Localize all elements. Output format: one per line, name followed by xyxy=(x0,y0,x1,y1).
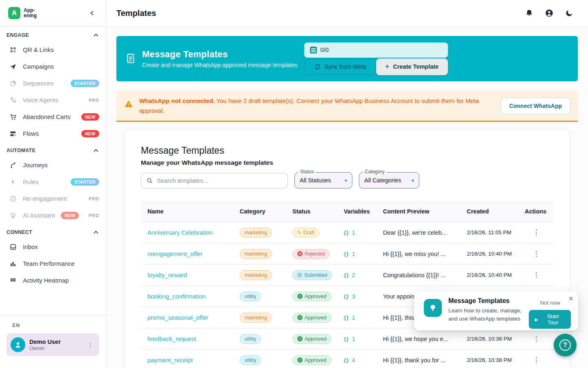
alert-text-bold: WhatsApp not connected. xyxy=(139,97,215,104)
variables-value: 3 xyxy=(352,293,355,300)
variables-count: {}1 xyxy=(344,251,376,257)
sidebar-item-voice-agents[interactable]: Voice Agents PRO xyxy=(0,92,106,108)
row-actions-menu-icon[interactable]: ⋮ xyxy=(518,356,554,364)
tour-popover: Message Templates Learn how to create, m… xyxy=(414,291,578,330)
status-label: Approved xyxy=(305,336,327,342)
question-mark-icon: ? xyxy=(559,339,571,351)
sidebar-item-label: Activity Heatmap xyxy=(23,277,69,284)
new-badge: NEW xyxy=(81,113,99,121)
row-actions-menu-icon[interactable]: ⋮ xyxy=(518,334,554,343)
notifications-bell-icon[interactable] xyxy=(525,9,533,17)
category-badge: utility xyxy=(240,292,261,301)
create-template-button[interactable]: + Create Template xyxy=(376,58,448,75)
template-name-link[interactable]: reengagement_offer xyxy=(147,250,203,257)
template-name-link[interactable]: promo_seasonal_offer xyxy=(147,314,208,321)
variables-count: {}1 xyxy=(344,314,376,321)
account-icon[interactable] xyxy=(545,9,554,18)
sidebar-item-team-performance[interactable]: Team Performance xyxy=(0,255,106,272)
content-preview: Congratulations {{1}}! ... xyxy=(376,272,460,278)
tour-body: Learn how to create, manage, and use Wha… xyxy=(448,307,529,323)
sync-button-label: Sync from Meta xyxy=(325,63,366,70)
sidebar-item-sequences[interactable]: Sequences STARTER xyxy=(0,75,106,92)
sidebar-item-label: Re-engagement xyxy=(23,195,67,202)
template-name-link[interactable]: Anniversary Celebration xyxy=(147,229,213,236)
brand-name: App- ening xyxy=(24,8,37,18)
sidebar-item-re-engagement[interactable]: Re-engagement PRO xyxy=(0,190,106,207)
warning-triangle-icon xyxy=(124,99,134,110)
sidebar-item-abandoned-carts[interactable]: Abandoned Carts NEW xyxy=(0,108,106,125)
sidebar-item-rules[interactable]: Rules STARTER xyxy=(0,173,106,190)
sidebar-item-ai-assistant[interactable]: AI Assistant NEW PRO xyxy=(0,207,106,224)
status-badge: ✕Rejected xyxy=(292,249,330,259)
hero-subtitle: Create and manage WhatsApp-approved mess… xyxy=(142,62,298,68)
kebab-menu-icon[interactable]: ⋮ xyxy=(85,341,95,349)
templates-table: Name Category Status Variables Content P… xyxy=(141,201,553,368)
inbox-icon xyxy=(9,243,17,251)
category-filter-select[interactable]: Category All Categories ▾ xyxy=(359,172,419,188)
brand-name-top: App- xyxy=(24,8,37,13)
variables-value: 1 xyxy=(352,229,355,236)
user-card[interactable]: Demo User Owner ⋮ xyxy=(7,333,99,356)
column-header-created: Created xyxy=(460,208,518,215)
row-actions-menu-icon[interactable]: ⋮ xyxy=(518,249,554,258)
sidebar-item-journeys[interactable]: Journeys xyxy=(0,157,106,173)
sidebar-collapse-button[interactable] xyxy=(88,8,98,18)
document-icon xyxy=(310,47,317,54)
category-badge: utility xyxy=(240,355,261,365)
lightbulb-icon xyxy=(424,299,442,317)
sidebar-section-connect[interactable]: CONNECT xyxy=(0,224,106,238)
dark-mode-moon-icon[interactable] xyxy=(565,9,573,17)
top-bar-actions xyxy=(525,9,573,18)
sidebar-item-label: Campaigns xyxy=(23,63,54,70)
sidebar-section-automate[interactable]: AUTOMATE xyxy=(0,142,106,157)
check-circle-icon: ✓ xyxy=(297,294,303,299)
status-label: Approved xyxy=(305,315,327,321)
start-tour-button[interactable]: ▶ Start Tour xyxy=(529,310,571,329)
category-filter-label: Category xyxy=(363,169,386,175)
clock-icon xyxy=(297,273,302,278)
close-icon[interactable]: × xyxy=(568,294,573,303)
sidebar-section-engage[interactable]: ENGAGE xyxy=(0,27,106,41)
template-counter-chip: 0/0 xyxy=(304,43,448,58)
row-actions-menu-icon[interactable]: ⋮ xyxy=(518,271,554,279)
table-header-row: Name Category Status Variables Content P… xyxy=(141,201,553,222)
tour-actions: Not now ▶ Start Tour xyxy=(529,297,571,324)
not-now-button[interactable]: Not now xyxy=(540,300,560,306)
section-title: AUTOMATE xyxy=(7,148,36,153)
table-row: Anniversary Celebration marketing ✎Draft… xyxy=(141,222,553,243)
sync-from-meta-button[interactable]: Sync from Meta xyxy=(304,59,376,75)
hero-buttons: Sync from Meta + Create Template xyxy=(304,59,448,75)
language-selector[interactable]: EN xyxy=(7,321,99,333)
sidebar-item-qr-links[interactable]: QR & Links xyxy=(0,41,106,58)
template-name-link[interactable]: payment_receipt xyxy=(147,357,193,364)
connect-whatsapp-button[interactable]: Connect WhatsApp xyxy=(501,98,570,114)
sidebar-item-activity-heatmap[interactable]: Activity Heatmap xyxy=(0,272,106,289)
template-name-link[interactable]: loyalty_reward xyxy=(147,272,187,278)
sidebar-item-campaigns[interactable]: Campaigns xyxy=(0,58,106,75)
template-name-link[interactable]: feedback_request xyxy=(147,335,196,342)
pro-tag: PRO xyxy=(89,196,99,201)
variables-value: 1 xyxy=(352,251,355,257)
status-filter-select[interactable]: Status All Statuses ▾ xyxy=(294,172,352,188)
row-actions-menu-icon[interactable]: ⋮ xyxy=(518,228,554,237)
section-title: CONNECT xyxy=(7,229,32,235)
search-input[interactable] xyxy=(157,177,283,184)
sidebar-item-inbox[interactable]: Inbox xyxy=(0,238,106,255)
braces-icon: {} xyxy=(344,357,349,363)
variables-value: 1 xyxy=(352,336,355,342)
page-title: Templates xyxy=(116,9,156,18)
new-badge: NEW xyxy=(81,130,99,137)
chevron-up-icon xyxy=(94,231,98,235)
play-icon: ▶ xyxy=(535,317,538,322)
sidebar-item-flows[interactable]: Flows NEW xyxy=(0,125,106,142)
status-badge: ✓Approved xyxy=(292,355,332,365)
sidebar-footer: EN Demo User Owner ⋮ xyxy=(0,315,106,368)
status-filter-label: Status xyxy=(298,169,316,175)
content-preview: Dear {{1}}, we're celeb... xyxy=(376,229,460,236)
table-row: payment_receipt utility ✓Approved {}4 Hi… xyxy=(141,350,553,368)
template-name-link[interactable]: booking_confirmation xyxy=(147,293,206,300)
user-avatar xyxy=(11,337,25,352)
category-badge: marketing xyxy=(240,249,272,259)
help-button[interactable]: ? xyxy=(554,334,577,357)
user-meta: Demo User Owner xyxy=(29,339,61,351)
